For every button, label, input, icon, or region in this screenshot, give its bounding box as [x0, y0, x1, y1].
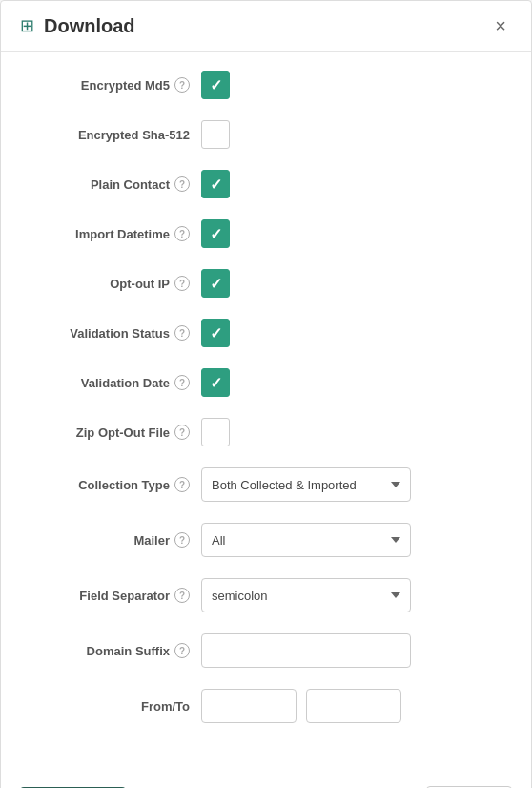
from-to-group	[201, 689, 502, 723]
download-modal: ⊞ Download × Encrypted Md5 ? Encrypted S…	[0, 0, 532, 788]
modal-header: ⊞ Download ×	[1, 1, 531, 52]
collection-type-select[interactable]: Both Collected & Imported Collected Only…	[201, 467, 411, 502]
validation-date-help-icon[interactable]: ?	[174, 375, 190, 390]
encrypted-md5-label: Encrypted Md5 ?	[30, 77, 201, 93]
plain-contact-label: Plain Contact ?	[30, 176, 201, 192]
encrypted-sha512-checkbox[interactable]	[201, 120, 230, 149]
close-button[interactable]: ×	[489, 14, 512, 37]
import-datetime-row: Import Datetime ?	[30, 219, 502, 248]
from-to-row: From/To	[30, 689, 502, 723]
domain-suffix-label: Domain Suffix ?	[30, 643, 201, 658]
field-separator-help-icon[interactable]: ?	[174, 588, 190, 603]
grid-icon: ⊞	[20, 15, 34, 36]
import-datetime-help-icon[interactable]: ?	[174, 226, 190, 241]
opt-out-ip-control	[201, 269, 502, 298]
plain-contact-checkbox[interactable]	[201, 170, 230, 198]
validation-status-control	[201, 319, 502, 347]
import-datetime-checkbox[interactable]	[201, 219, 230, 248]
domain-suffix-row: Domain Suffix ?	[30, 633, 502, 668]
validation-status-row: Validation Status ?	[30, 319, 502, 347]
encrypted-md5-row: Encrypted Md5 ?	[30, 71, 502, 99]
zip-opt-out-file-control	[201, 418, 502, 446]
collection-type-label: Collection Type ?	[30, 477, 201, 492]
validation-status-help-icon[interactable]: ?	[174, 325, 190, 341]
import-datetime-control	[201, 219, 502, 248]
modal-body: Encrypted Md5 ? Encrypted Sha-512 Plain …	[1, 52, 531, 763]
field-separator-label: Field Separator ?	[30, 588, 201, 603]
field-separator-select[interactable]: semicolon comma tab pipe	[201, 578, 411, 612]
encrypted-sha512-row: Encrypted Sha-512	[30, 120, 502, 149]
zip-opt-out-file-checkbox[interactable]	[201, 418, 230, 446]
encrypted-sha512-control	[201, 120, 502, 149]
validation-date-control	[201, 368, 502, 397]
collection-type-control: Both Collected & Imported Collected Only…	[201, 467, 502, 502]
header-left: ⊞ Download	[20, 15, 135, 37]
opt-out-ip-checkbox[interactable]	[201, 269, 230, 298]
opt-out-ip-help-icon[interactable]: ?	[174, 276, 190, 291]
mailer-select[interactable]: All	[201, 523, 411, 557]
import-datetime-label: Import Datetime ?	[30, 226, 201, 241]
mailer-label: Mailer ?	[30, 532, 201, 548]
modal-title: Download	[44, 15, 135, 37]
opt-out-ip-row: Opt-out IP ?	[30, 269, 502, 298]
collection-type-help-icon[interactable]: ?	[174, 477, 190, 492]
encrypted-md5-control	[201, 71, 502, 99]
plain-contact-row: Plain Contact ?	[30, 170, 502, 198]
modal-footer: Download Cancel	[1, 771, 531, 788]
domain-suffix-help-icon[interactable]: ?	[174, 643, 190, 658]
validation-date-checkbox[interactable]	[201, 368, 230, 397]
domain-suffix-control	[201, 633, 502, 668]
validation-status-checkbox[interactable]	[201, 319, 230, 347]
collection-type-row: Collection Type ? Both Collected & Impor…	[30, 467, 502, 502]
validation-date-label: Validation Date ?	[30, 375, 201, 390]
from-to-label: From/To	[30, 699, 201, 714]
field-separator-row: Field Separator ? semicolon comma tab pi…	[30, 578, 502, 612]
from-to-control	[201, 689, 502, 723]
zip-opt-out-file-label: Zip Opt-Out File ?	[30, 425, 201, 440]
plain-contact-help-icon[interactable]: ?	[174, 176, 190, 192]
encrypted-md5-help-icon[interactable]: ?	[174, 77, 190, 93]
plain-contact-control	[201, 170, 502, 198]
mailer-control: All	[201, 523, 502, 557]
mailer-help-icon[interactable]: ?	[174, 532, 190, 548]
validation-status-label: Validation Status ?	[30, 325, 201, 341]
mailer-row: Mailer ? All	[30, 523, 502, 557]
encrypted-md5-checkbox[interactable]	[201, 71, 230, 99]
zip-opt-out-file-help-icon[interactable]: ?	[174, 425, 190, 440]
from-input[interactable]	[201, 689, 297, 723]
opt-out-ip-label: Opt-out IP ?	[30, 276, 201, 291]
field-separator-control: semicolon comma tab pipe	[201, 578, 502, 612]
encrypted-sha512-label: Encrypted Sha-512	[30, 128, 201, 142]
domain-suffix-input[interactable]	[201, 633, 411, 668]
validation-date-row: Validation Date ?	[30, 368, 502, 397]
to-input[interactable]	[306, 689, 401, 723]
zip-opt-out-file-row: Zip Opt-Out File ?	[30, 418, 502, 446]
